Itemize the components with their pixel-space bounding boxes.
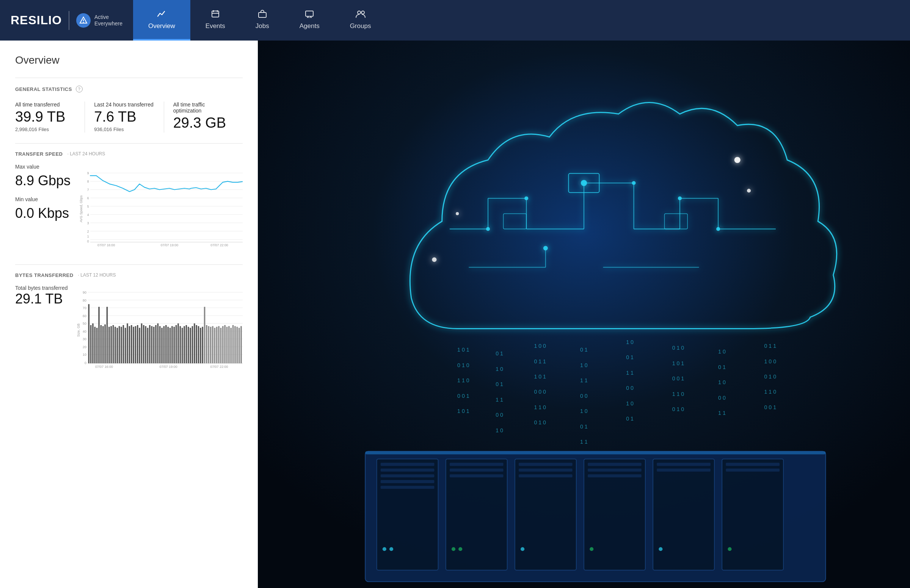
- svg-rect-72: [115, 326, 116, 363]
- optimization-value: 29.3 GB: [173, 115, 233, 131]
- jobs-icon: [258, 10, 267, 20]
- svg-text:0 0 1: 0 0 1: [457, 393, 470, 399]
- svg-rect-71: [112, 325, 114, 363]
- optimization-label: All time traffic optimization: [173, 102, 233, 114]
- svg-rect-124: [220, 328, 222, 363]
- svg-text:30: 30: [83, 337, 86, 341]
- svg-text:1 0 1: 1 0 1: [672, 360, 684, 367]
- svg-text:1 1 0: 1 1 0: [457, 377, 470, 383]
- svg-text:1 0: 1 0: [626, 339, 633, 345]
- nav-item-jobs[interactable]: Jobs: [240, 0, 284, 40]
- svg-rect-77: [125, 328, 126, 363]
- svg-rect-112: [196, 325, 197, 363]
- transfer-speed-header: TRANSFER SPEED · LAST 24 HOURS: [15, 151, 243, 157]
- svg-text:0 1 0: 0 1 0: [457, 362, 470, 368]
- svg-rect-226: [450, 463, 504, 466]
- nav-item-events[interactable]: Events: [190, 0, 240, 40]
- nav-item-agents[interactable]: Agents: [284, 0, 335, 40]
- svg-rect-78: [126, 323, 128, 363]
- svg-text:0 0 0: 0 0 0: [534, 389, 546, 395]
- nav-label-groups: Groups: [350, 23, 371, 30]
- brand-active-text: Active Everywhere: [94, 14, 123, 27]
- info-icon[interactable]: ?: [76, 86, 83, 92]
- svg-rect-63: [96, 328, 97, 363]
- svg-text:9: 9: [87, 171, 89, 175]
- bytes-value: 29.1 TB: [15, 291, 68, 307]
- svg-rect-222: [381, 468, 434, 472]
- svg-rect-101: [173, 326, 175, 363]
- svg-rect-233: [588, 468, 641, 472]
- svg-rect-75: [121, 326, 122, 363]
- svg-text:1 1 0: 1 1 0: [764, 389, 777, 395]
- svg-point-155: [486, 227, 490, 231]
- svg-rect-7: [259, 13, 266, 18]
- main-content: Overview GENERAL STATISTICS ? All time t…: [0, 40, 910, 588]
- svg-text:0 1 0: 0 1 0: [672, 406, 684, 412]
- svg-text:0 1 0: 0 1 0: [534, 419, 546, 425]
- stats-row: All time transferred 39.9 TB 2,998,016 F…: [15, 102, 243, 132]
- bytes-chart: 90 80 70 60 50 40 30 20 10 0: [77, 285, 243, 372]
- svg-text:1 0 1: 1 0 1: [457, 408, 470, 414]
- divider-2: [15, 143, 243, 144]
- nav-item-overview[interactable]: Overview: [133, 0, 190, 40]
- svg-rect-62: [94, 326, 96, 363]
- svg-rect-115: [202, 326, 203, 363]
- svg-rect-119: [210, 326, 211, 363]
- svg-point-13: [361, 11, 364, 14]
- svg-text:7: 7: [87, 188, 89, 192]
- svg-rect-129: [230, 328, 232, 363]
- svg-text:AVG Speed, Gbps: AVG Speed, Gbps: [79, 195, 83, 222]
- svg-rect-123: [218, 326, 220, 363]
- svg-text:1 0: 1 0: [718, 349, 726, 355]
- cloud-svg-illustration: 1 0 1 0 1 0 1 1 0 0 0 1 1 0 1 0 1 1 0 0 …: [258, 40, 910, 588]
- bytes-transferred-label: BYTES TRANSFERRED: [15, 272, 74, 278]
- svg-text:2: 2: [87, 229, 89, 233]
- svg-rect-87: [145, 326, 146, 363]
- svg-rect-228: [450, 474, 504, 477]
- svg-text:1 1: 1 1: [580, 377, 588, 383]
- svg-rect-238: [726, 468, 780, 472]
- svg-text:60: 60: [83, 314, 86, 318]
- top-navigation: RESILIO Active Everywhere Ove: [0, 0, 910, 40]
- svg-point-157: [581, 180, 587, 186]
- svg-text:80: 80: [83, 298, 86, 302]
- svg-text:1 1: 1 1: [495, 397, 503, 403]
- svg-text:0 1: 0 1: [626, 354, 633, 360]
- svg-rect-132: [236, 326, 238, 363]
- bytes-chart-wrapper: 90 80 70 60 50 40 30 20 10 0: [77, 285, 243, 373]
- divider-3: [15, 265, 243, 265]
- svg-text:3: 3: [87, 221, 89, 225]
- last24-stat: Last 24 hours transferred 7.6 TB 936,016…: [84, 102, 164, 132]
- bytes-label: Total bytes transferred: [15, 285, 68, 291]
- general-stats-label: GENERAL STATISTICS: [15, 86, 72, 92]
- nav-item-groups[interactable]: Groups: [335, 0, 386, 40]
- svg-text:8: 8: [87, 179, 89, 183]
- svg-rect-3: [212, 11, 219, 17]
- bytes-stats: Total bytes transferred 29.1 TB: [15, 285, 68, 313]
- max-speed-label: Max value: [15, 164, 71, 170]
- optimization-stat: All time traffic optimization 29.3 GB: [164, 102, 243, 132]
- svg-text:0 1: 0 1: [495, 351, 503, 357]
- svg-rect-120: [212, 326, 214, 363]
- svg-text:0 1: 0 1: [495, 381, 503, 387]
- svg-text:20: 20: [83, 345, 86, 349]
- svg-text:0 1: 0 1: [580, 423, 588, 430]
- nav-label-jobs: Jobs: [256, 23, 269, 30]
- svg-point-246: [659, 547, 662, 551]
- svg-rect-66: [102, 326, 104, 363]
- svg-point-243: [458, 547, 462, 551]
- svg-rect-125: [222, 326, 224, 363]
- svg-point-240: [382, 547, 386, 551]
- brand-area: RESILIO Active Everywhere: [0, 0, 133, 40]
- bytes-transferred-header: BYTES TRANSFERRED · LAST 12 HOURS: [15, 272, 243, 278]
- svg-text:1 0: 1 0: [495, 427, 503, 433]
- svg-point-165: [734, 157, 740, 163]
- svg-rect-118: [208, 326, 209, 363]
- svg-text:0 0 1: 0 0 1: [764, 404, 777, 410]
- svg-point-2: [83, 22, 84, 23]
- svg-rect-76: [123, 325, 124, 363]
- svg-rect-94: [159, 326, 160, 363]
- svg-rect-111: [194, 323, 195, 363]
- background-illustration: 1 0 1 0 1 0 1 1 0 0 0 1 1 0 1 0 1 1 0 0 …: [258, 40, 910, 588]
- svg-rect-130: [232, 325, 233, 363]
